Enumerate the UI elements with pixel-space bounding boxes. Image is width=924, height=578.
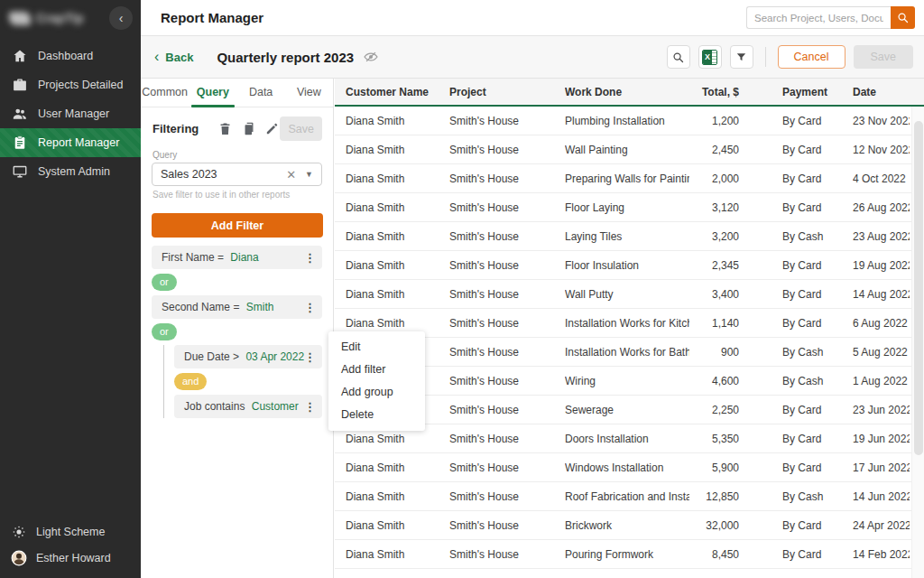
kebab-menu-icon[interactable]: ⋮: [304, 251, 316, 265]
tab-query[interactable]: Query: [189, 79, 236, 107]
search-icon: [896, 11, 910, 24]
table-cell: By Card: [739, 259, 853, 272]
filter-condition[interactable]: Due Date > 03 Apr 2022⋮: [174, 345, 322, 368]
table-cell: 3,120: [689, 201, 739, 214]
trash-icon[interactable]: [217, 121, 233, 136]
export-excel-button[interactable]: X: [698, 45, 722, 69]
search-icon: [671, 51, 685, 64]
table-cell: Smith's House: [449, 519, 565, 532]
column-header: Payment: [739, 86, 853, 98]
chevron-down-icon[interactable]: ▼: [305, 170, 313, 179]
table-cell: Smith's House: [449, 461, 565, 474]
context-menu-item-edit[interactable]: Edit: [328, 336, 425, 359]
table-row[interactable]: Diana SmithSmith's HouseLaying Tiles3,20…: [335, 222, 924, 251]
context-menu-item-delete[interactable]: Delete: [328, 404, 425, 426]
context-menu-item-add-group[interactable]: Add group: [328, 381, 425, 404]
table-cell: Diana Smith: [346, 461, 449, 474]
table-cell: Smith's House: [449, 404, 565, 416]
kebab-menu-icon[interactable]: ⋮: [304, 400, 316, 414]
table-cell: 19 Jun 2022: [853, 433, 910, 445]
table-row[interactable]: Diana SmithSmith's HouseWindows Installa…: [335, 453, 924, 482]
table-row[interactable]: Diana SmithSmith's HouseFloor Laying3,12…: [335, 193, 924, 222]
cancel-button[interactable]: Cancel: [778, 45, 845, 69]
sidebar-item-system-admin[interactable]: System Admin: [0, 157, 141, 186]
kebab-menu-icon[interactable]: ⋮: [304, 301, 316, 314]
table-cell: 4 Oct 2022: [853, 172, 910, 185]
tab-view[interactable]: View: [285, 79, 333, 107]
user-name: Esther Howard: [36, 552, 111, 564]
tab-data[interactable]: Data: [237, 79, 285, 107]
table-cell: Preparing Walls for Painting: [565, 172, 689, 185]
table-cell: Smith's House: [449, 375, 565, 387]
divider: [765, 47, 766, 67]
table-cell: Floor Laying: [565, 201, 689, 214]
table-cell: 14 Aug 2022: [853, 288, 910, 301]
excel-icon: X: [702, 50, 717, 65]
theme-toggle[interactable]: Light Scheme: [0, 518, 141, 545]
filter-button[interactable]: [730, 45, 753, 69]
users-icon: [12, 106, 28, 122]
table-cell: Diana Smith: [346, 259, 449, 272]
logic-connector-and[interactable]: and: [174, 373, 207, 390]
table-cell: 8,450: [689, 548, 739, 561]
sidebar-item-projects-detailed[interactable]: Projects Detailed: [0, 70, 141, 99]
table-cell: Smith's House: [449, 201, 565, 214]
table-cell: By Card: [739, 548, 853, 561]
table-cell: 17 Jun 2022: [853, 461, 910, 474]
copy-icon[interactable]: [242, 121, 257, 136]
chevron-left-icon: ‹: [154, 50, 159, 64]
table-cell: By Cash: [739, 230, 853, 243]
scrollbar-track[interactable]: [911, 107, 924, 578]
column-header: Date: [853, 86, 910, 98]
search-button[interactable]: [891, 6, 915, 29]
user-menu[interactable]: Esther Howard: [0, 545, 141, 571]
add-filter-button[interactable]: Add Filter: [152, 213, 323, 238]
query-select[interactable]: Sales 2023 ✕ ▼: [152, 163, 322, 186]
table-cell: 14 Jun 2022: [853, 490, 910, 503]
filter-condition[interactable]: Job contains Customer⋮: [174, 395, 322, 418]
sidebar-item-user-manager[interactable]: User Manager: [0, 99, 141, 128]
filter-condition[interactable]: Second Name = Smith⋮: [152, 295, 322, 319]
table-cell: 32,000: [689, 519, 739, 532]
tab-common[interactable]: Common: [141, 79, 189, 107]
filter-panel: CommonQueryDataView Filtering Save Query…: [141, 79, 334, 578]
clear-icon[interactable]: ✕: [286, 168, 296, 182]
filter-tree: First Name = Diana⋮orSecond Name = Smith…: [141, 246, 333, 418]
eye-off-icon[interactable]: [363, 49, 379, 65]
sidebar-item-label: Projects Detailed: [38, 79, 124, 91]
table-row[interactable]: Diana SmithSmith's HouseWall Putty3,400B…: [335, 280, 924, 309]
sidebar-item-dashboard[interactable]: Dashboard: [0, 42, 141, 70]
report-title: Quarterly report 2023: [217, 50, 354, 65]
logic-connector-or[interactable]: or: [152, 274, 177, 291]
table-cell: Wall Painting: [565, 144, 689, 156]
logic-connector-or[interactable]: or: [152, 323, 177, 340]
sidebar-collapse-button[interactable]: ‹: [109, 6, 133, 30]
table-row[interactable]: Diana SmithSmith's HousePreparing Walls …: [335, 164, 924, 193]
tabs: CommonQueryDataView: [141, 79, 333, 107]
search-input[interactable]: [746, 6, 891, 29]
pencil-icon[interactable]: [264, 121, 280, 136]
table-cell: Installation Works for Bathroom: [565, 346, 689, 359]
table-cell: By Card: [739, 172, 853, 185]
filtering-title: Filtering: [152, 122, 199, 135]
context-menu-item-add-filter[interactable]: Add filter: [328, 359, 425, 381]
table-row[interactable]: Diana SmithSmith's HouseBrickwork32,000B…: [335, 511, 924, 540]
filter-condition[interactable]: First Name = Diana⋮: [152, 246, 322, 269]
save-button[interactable]: Save: [854, 45, 914, 69]
filtering-header: Filtering Save: [141, 107, 333, 146]
kebab-menu-icon[interactable]: ⋮: [304, 350, 316, 364]
table-row[interactable]: Diana SmithSmith's HouseFloor Insulation…: [335, 251, 924, 280]
table-row[interactable]: Diana SmithSmith's HouseWall Painting2,4…: [335, 135, 924, 164]
table-row[interactable]: Diana SmithSmith's HousePlumbing Install…: [335, 107, 924, 135]
table-row[interactable]: Diana SmithSmith's HousePouring Formwork…: [335, 540, 924, 569]
table-row[interactable]: Diana SmithSmith's HouseRoof Fabrication…: [335, 482, 924, 511]
scrollbar-thumb[interactable]: [914, 121, 923, 455]
query-label: Query: [141, 146, 333, 160]
table-cell: Smith's House: [449, 346, 565, 359]
table-search-button[interactable]: [667, 45, 690, 69]
filter-save-button[interactable]: Save: [280, 117, 322, 141]
table-cell: Smith's House: [449, 433, 565, 445]
sidebar-footer: Light Scheme Esther Howard: [0, 518, 141, 571]
back-button[interactable]: ‹ Back: [154, 50, 193, 64]
sidebar-item-report-manager[interactable]: Report Manager: [0, 128, 141, 157]
